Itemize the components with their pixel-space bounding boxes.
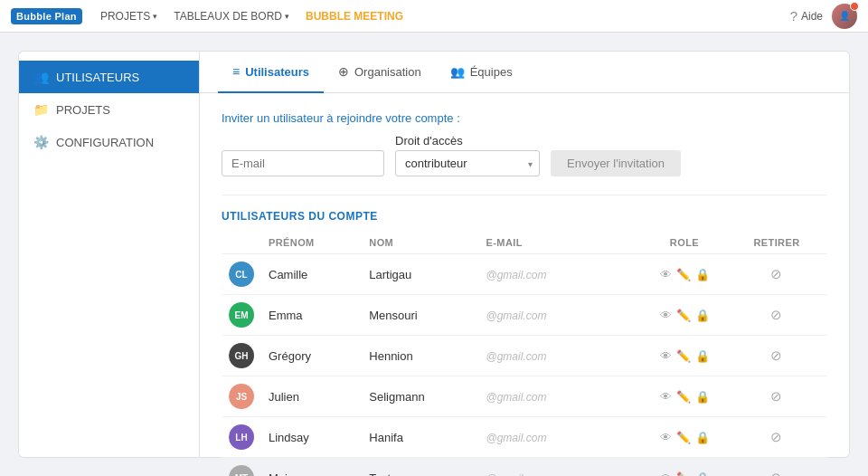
- col-role: ROLE: [604, 232, 726, 254]
- user-avatar-cell: CL: [222, 254, 261, 295]
- access-label: Droit d'accès: [395, 134, 540, 148]
- user-email: @gmail.com: [479, 336, 604, 376]
- access-select[interactable]: contributeur administrateur lecteur: [395, 150, 540, 176]
- invite-label: Inviter un utilisateur à rejoindre votre…: [222, 111, 827, 125]
- access-select-wrapper: contributeur administrateur lecteur ▾: [395, 150, 540, 176]
- help-label: Aide: [801, 10, 823, 23]
- user-avatar-cell: LH: [222, 417, 261, 458]
- nav-meeting-label: BUBBLE MEETING: [306, 10, 403, 23]
- view-icon[interactable]: 👁: [660, 390, 672, 404]
- user-lastname: Seligmann: [362, 376, 478, 417]
- avatar: EM: [229, 302, 254, 328]
- help-circle-icon: ?: [790, 8, 797, 24]
- user-email: @gmail.com: [479, 295, 604, 336]
- table-row: LH Lindsay Hanifa @gmail.com 👁 ✏️ 🔒 ⊘: [222, 417, 827, 458]
- user-avatar-cell: MT: [222, 458, 261, 477]
- avatar: JS: [229, 384, 254, 409]
- table-row: MT Moi Test @gmail.com 👁 ✏️ 🔒 ⊘: [222, 458, 827, 477]
- view-icon[interactable]: 👁: [660, 349, 672, 363]
- user-avatar-cell: JS: [222, 376, 261, 417]
- top-navigation: Bubble Plan PROJETS ▾ TABLEAUX DE BORD ▾…: [0, 0, 868, 33]
- user-retirer-cell: ⊘: [726, 336, 827, 376]
- edit-icon[interactable]: ✏️: [676, 431, 691, 444]
- lock-icon: 🔒: [695, 349, 710, 363]
- chevron-down-icon: ▾: [153, 12, 157, 21]
- sidebar-item-projets[interactable]: 📁 PROJETS: [19, 93, 199, 126]
- avatar: MT: [229, 465, 254, 476]
- remove-icon[interactable]: ⊘: [770, 429, 782, 444]
- tab-organisation-icon: ⊕: [338, 64, 349, 79]
- user-role-cell: 👁 ✏️ 🔒: [604, 376, 726, 417]
- access-select-group: Droit d'accès contributeur administrateu…: [395, 134, 540, 176]
- col-email: E-MAIL: [479, 232, 604, 254]
- table-row: JS Julien Seligmann @gmail.com 👁 ✏️ 🔒 ⊘: [222, 376, 827, 417]
- remove-icon[interactable]: ⊘: [770, 470, 782, 476]
- help-button[interactable]: ? Aide: [790, 8, 823, 24]
- view-icon[interactable]: 👁: [660, 309, 672, 322]
- view-icon[interactable]: 👁: [660, 471, 672, 477]
- user-role-cell: 👁 ✏️ 🔒: [604, 254, 726, 295]
- remove-icon[interactable]: ⊘: [770, 347, 782, 363]
- edit-icon[interactable]: ✏️: [676, 309, 691, 322]
- nav-projets[interactable]: PROJETS ▾: [100, 10, 157, 23]
- user-firstname: Julien: [261, 376, 362, 417]
- user-email: @gmail.com: [479, 254, 604, 295]
- tab-utilisateurs-label: Utilisateurs: [245, 65, 309, 79]
- nav-projets-label: PROJETS: [100, 10, 150, 23]
- main-layout: 👥 UTILISATEURS 📁 PROJETS ⚙️ CONFIGURATIO…: [0, 33, 868, 476]
- tabs-bar: ≡ Utilisateurs ⊕ Organisation 👥 Équipes: [200, 52, 849, 93]
- view-icon[interactable]: 👁: [660, 431, 672, 444]
- user-firstname: Emma: [261, 295, 362, 336]
- sidebar-configuration-label: CONFIGURATION: [56, 136, 154, 149]
- user-retirer-cell: ⊘: [726, 376, 827, 417]
- user-avatar[interactable]: 👤: [832, 4, 857, 29]
- user-role-cell: 👁 ✏️ 🔒: [604, 417, 726, 458]
- user-email: @gmail.com: [479, 458, 604, 477]
- avatar: CL: [229, 262, 254, 287]
- user-retirer-cell: ⊘: [726, 295, 827, 336]
- edit-icon[interactable]: ✏️: [676, 268, 691, 281]
- table-row: EM Emma Mensouri @gmail.com 👁 ✏️ 🔒 ⊘: [222, 295, 827, 336]
- edit-icon[interactable]: ✏️: [676, 349, 691, 363]
- remove-icon[interactable]: ⊘: [770, 266, 782, 281]
- user-lastname: Hennion: [362, 336, 478, 376]
- email-input[interactable]: [222, 150, 384, 176]
- sidebar-item-configuration[interactable]: ⚙️ CONFIGURATION: [19, 126, 199, 158]
- users-table: PRÉNOM NOM E-MAIL ROLE RETIRER CL Camill…: [222, 232, 827, 476]
- notification-badge: [850, 2, 859, 11]
- user-role-cell: 👁 ✏️ 🔒: [604, 458, 726, 477]
- col-nom: NOM: [362, 232, 478, 254]
- user-role-cell: 👁 ✏️ 🔒: [604, 295, 726, 336]
- edit-icon[interactable]: ✏️: [676, 471, 691, 477]
- users-icon: 👥: [33, 70, 49, 84]
- tab-equipes[interactable]: 👥 Équipes: [436, 52, 527, 93]
- sidebar-item-utilisateurs[interactable]: 👥 UTILISATEURS: [19, 61, 199, 93]
- table-row: GH Grégory Hennion @gmail.com 👁 ✏️ 🔒 ⊘: [222, 336, 827, 376]
- sidebar-projets-label: PROJETS: [56, 103, 110, 117]
- user-lastname: Hanifa: [362, 417, 478, 458]
- sidebar-utilisateurs-label: UTILISATEURS: [56, 71, 139, 84]
- tab-organisation[interactable]: ⊕ Organisation: [324, 52, 436, 93]
- gear-icon: ⚙️: [33, 135, 49, 149]
- user-retirer-cell: ⊘: [726, 417, 827, 458]
- remove-icon[interactable]: ⊘: [770, 307, 782, 322]
- nav-right: ? Aide 👤: [790, 4, 857, 29]
- lock-icon: 🔒: [695, 390, 710, 404]
- avatar-image: 👤: [839, 11, 850, 21]
- tab-organisation-label: Organisation: [354, 65, 421, 79]
- edit-icon[interactable]: ✏️: [676, 390, 691, 404]
- logo[interactable]: Bubble Plan: [11, 8, 82, 24]
- nav-tableaux[interactable]: TABLEAUX DE BORD ▾: [174, 10, 289, 23]
- view-icon[interactable]: 👁: [660, 268, 672, 281]
- nav-bubble-meeting[interactable]: BUBBLE MEETING: [306, 10, 403, 23]
- user-lastname: Test: [362, 458, 478, 477]
- tab-equipes-label: Équipes: [470, 65, 513, 79]
- lock-icon: 🔒: [695, 268, 710, 281]
- invite-button[interactable]: Envoyer l'invitation: [551, 150, 681, 176]
- user-avatar-cell: EM: [222, 295, 261, 336]
- tab-utilisateurs[interactable]: ≡ Utilisateurs: [218, 52, 324, 93]
- avatar: GH: [229, 343, 254, 368]
- user-lastname: Lartigau: [362, 254, 478, 295]
- user-avatar-cell: GH: [222, 336, 261, 376]
- remove-icon[interactable]: ⊘: [770, 388, 782, 404]
